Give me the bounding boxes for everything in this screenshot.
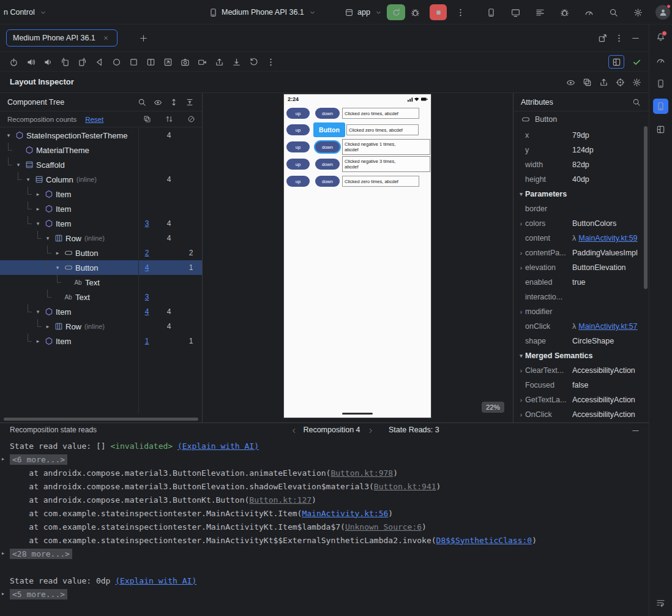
attribute-row[interactable]: ›GetTextLa...AccessibilityAction: [513, 393, 649, 407]
tree-row[interactable]: ▾Button41: [0, 260, 202, 275]
profiler-tool-icon[interactable]: [656, 55, 666, 65]
avatar[interactable]: [655, 5, 670, 20]
device-selector[interactable]: Medium Phone API 36.1: [208, 0, 318, 24]
skips-icon[interactable]: [186, 115, 196, 124]
attribute-row[interactable]: ›modifier: [513, 304, 649, 319]
attribute-row[interactable]: ›colorsButtonColors: [513, 216, 649, 231]
up-button[interactable]: up: [286, 124, 310, 135]
up-button[interactable]: up: [286, 141, 310, 152]
more-icon[interactable]: [614, 33, 624, 43]
search-icon[interactable]: [608, 7, 618, 17]
overview-icon[interactable]: [129, 57, 138, 67]
save-icon[interactable]: [231, 57, 241, 67]
collapse-all-icon[interactable]: [185, 97, 195, 107]
app-quality-insights-icon[interactable]: [559, 7, 569, 17]
fold-icon[interactable]: [146, 57, 155, 67]
soft-wrap-icon[interactable]: [656, 598, 666, 608]
chevron-right-icon[interactable]: ›: [517, 397, 525, 404]
tree-expander-icon[interactable]: ▾: [53, 265, 62, 271]
more-icon[interactable]: [266, 57, 275, 67]
layout-inspector-toggle[interactable]: [608, 55, 624, 69]
chevron-right-icon[interactable]: ›: [517, 411, 525, 418]
chevron-right-icon[interactable]: ›: [517, 250, 525, 257]
tree-expander-icon[interactable]: ▾: [13, 162, 23, 168]
console-link[interactable]: (Explain with AI): [177, 441, 259, 451]
down-button[interactable]: Button: [313, 122, 345, 137]
settings-icon[interactable]: [632, 77, 641, 87]
recomposition-count-link[interactable]: 3: [141, 219, 152, 228]
tree-row[interactable]: ▾Scaffold: [0, 157, 202, 172]
down-button[interactable]: down: [315, 141, 340, 152]
tree-row[interactable]: ▸Button22: [0, 246, 202, 260]
expander-chevron-icon[interactable]: ▸: [2, 591, 4, 596]
tree-expander-icon[interactable]: ▾: [23, 176, 33, 182]
chevron-right-icon[interactable]: ›: [517, 309, 525, 315]
open-in-window-icon[interactable]: [597, 33, 607, 43]
running-device-tab[interactable]: Medium Phone API 36.1: [6, 29, 118, 47]
restore-icon[interactable]: [248, 57, 258, 67]
console-link[interactable]: Button.kt:978: [330, 468, 393, 478]
logcat-icon[interactable]: [535, 7, 545, 17]
console-link[interactable]: Button.kt:941: [374, 482, 436, 491]
attribute-row[interactable]: height40dp: [513, 172, 649, 187]
tree-row[interactable]: AbText3: [0, 290, 202, 304]
chevron-down-icon[interactable]: ▾: [517, 353, 525, 359]
hide-icon[interactable]: [630, 33, 640, 43]
chevron-right-icon[interactable]: ›: [517, 265, 525, 271]
tree-row[interactable]: MaterialTheme: [0, 143, 202, 157]
expander-chevron-icon[interactable]: ▸: [2, 456, 4, 462]
tree-row[interactable]: ▸Item11: [0, 334, 202, 348]
tree-expander-icon[interactable]: ▸: [33, 338, 43, 344]
attribute-row[interactable]: interactio...: [513, 290, 649, 304]
rotate-left-icon[interactable]: [60, 57, 70, 67]
attribute-row[interactable]: enabledtrue: [513, 275, 649, 290]
tree-expander-icon[interactable]: ▾: [43, 235, 53, 241]
attribute-row[interactable]: ›ClearText...AccessibilityAction: [513, 363, 649, 378]
up-button[interactable]: up: [286, 108, 310, 119]
chevron-down-icon[interactable]: ▾: [517, 191, 525, 197]
profiler-icon[interactable]: [584, 7, 594, 17]
tree-row[interactable]: ▸Item: [0, 201, 202, 216]
attribute-row[interactable]: x79dp: [513, 128, 649, 143]
volume-up-icon[interactable]: [26, 57, 35, 67]
resize-icon[interactable]: [163, 57, 173, 67]
tree-expander-icon[interactable]: ▾: [33, 309, 43, 315]
recomposition-count-link[interactable]: 4: [141, 263, 152, 272]
close-icon[interactable]: [101, 33, 111, 43]
power-icon[interactable]: [9, 57, 18, 67]
next-recomposition-icon[interactable]: [365, 426, 375, 435]
layout-inspector-icon[interactable]: [656, 124, 666, 134]
tree-expander-icon[interactable]: ▸: [33, 206, 43, 212]
tree-row[interactable]: ▸Item: [0, 187, 202, 201]
attribute-row[interactable]: border: [513, 201, 649, 216]
console-link[interactable]: Unknown Source:6: [345, 522, 422, 531]
recomposition-count-link[interactable]: 4: [141, 307, 152, 316]
attribute-row[interactable]: Focusedfalse: [513, 378, 649, 393]
chevron-right-icon[interactable]: ›: [517, 367, 525, 374]
tree-expander-icon[interactable]: ▾: [4, 132, 13, 138]
console-link[interactable]: Button.kt:127: [249, 495, 312, 505]
device-screen[interactable]: 2:24 updownClicked zero times, abcdefupB…: [283, 94, 431, 418]
live-updates-icon[interactable]: [566, 77, 575, 87]
add-device-icon[interactable]: [138, 33, 148, 43]
tree-expander-icon[interactable]: ▸: [33, 191, 43, 197]
recomposition-count-link[interactable]: 1: [141, 337, 152, 345]
previous-recomposition-icon[interactable]: [289, 426, 299, 435]
sorter-icon[interactable]: [164, 115, 174, 124]
attribute-row[interactable]: contentλMainActivity.kt:59: [513, 231, 649, 246]
tree-expander-icon[interactable]: ▸: [53, 250, 62, 256]
chevron-right-icon[interactable]: ›: [517, 220, 525, 227]
search-icon[interactable]: [137, 97, 147, 107]
attribute-row[interactable]: y124dp: [513, 143, 649, 157]
more-actions-icon[interactable]: [455, 7, 465, 17]
expander-chevron-icon[interactable]: ▸: [2, 550, 4, 556]
recomposition-count-link[interactable]: 2: [141, 249, 152, 257]
visibility-icon[interactable]: [153, 97, 163, 107]
tree-row[interactable]: ▾Item34: [0, 216, 202, 231]
notifications-icon[interactable]: [656, 32, 666, 42]
hide-panel-icon[interactable]: [630, 426, 640, 435]
console-link[interactable]: (Explain with AI): [115, 576, 196, 585]
settings-icon[interactable]: [633, 7, 643, 17]
run-configuration-selector[interactable]: app: [344, 0, 384, 24]
device-manager-icon[interactable]: [486, 7, 496, 17]
